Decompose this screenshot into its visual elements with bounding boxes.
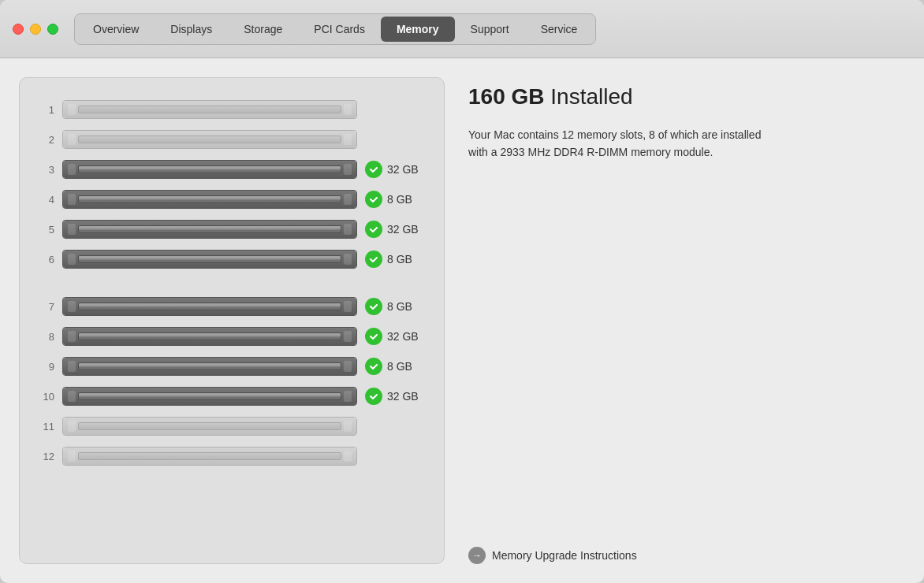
- ram-notch-right-12: [344, 451, 352, 462]
- slot-badge-10: 32 GB: [365, 388, 428, 405]
- ram-stick-11: [63, 418, 356, 435]
- ram-stick-3: [63, 161, 356, 178]
- ram-body-8: [78, 332, 341, 340]
- ram-notch-right-1: [344, 104, 352, 115]
- ram-stick-2: [63, 131, 356, 148]
- tab-overview[interactable]: Overview: [77, 17, 155, 42]
- slot-row-3: 3 32 GB: [35, 157, 428, 182]
- ram-notch-left-2: [68, 134, 76, 145]
- ram-notch-left-10: [68, 391, 76, 402]
- slot-row-4: 4 8 GB: [35, 187, 428, 212]
- ram-notch-right-3: [344, 164, 352, 175]
- slot-size-5: 32 GB: [387, 223, 419, 236]
- slot-number-10: 10: [35, 391, 54, 403]
- slot-bar-11: [62, 417, 357, 436]
- slot-bar-7: [62, 297, 357, 316]
- slot-badge-9: 8 GB: [365, 358, 428, 375]
- check-icon-4: [365, 191, 382, 208]
- slot-badge-7: 8 GB: [365, 298, 428, 315]
- tab-service[interactable]: Service: [525, 17, 594, 42]
- slot-number-8: 8: [35, 331, 54, 343]
- upgrade-icon: [468, 547, 486, 564]
- check-icon-8: [365, 328, 382, 345]
- memory-upgrade-link[interactable]: Memory Upgrade Instructions: [468, 547, 905, 564]
- ram-body-6: [78, 255, 341, 263]
- minimize-button[interactable]: [30, 24, 41, 35]
- maximize-button[interactable]: [47, 24, 58, 35]
- info-panel: 160 GB Installed Your Mac contains 12 me…: [468, 77, 905, 564]
- slot-badge-6: 8 GB: [365, 251, 428, 268]
- slot-bar-9: [62, 357, 357, 376]
- ram-stick-9: [63, 358, 356, 375]
- slot-group-2: 7 8 GB: [35, 294, 428, 469]
- slot-number-9: 9: [35, 361, 54, 373]
- slot-badge-8: 32 GB: [365, 328, 428, 345]
- close-button[interactable]: [13, 24, 24, 35]
- ram-notch-right-11: [344, 421, 352, 432]
- ram-notch-right-2: [344, 134, 352, 145]
- ram-body-7: [78, 303, 341, 310]
- ram-body-5: [78, 225, 341, 233]
- slot-row-9: 9 8 GB: [35, 354, 428, 379]
- tab-pci-cards[interactable]: PCI Cards: [298, 17, 381, 42]
- ram-stick-5: [63, 221, 356, 238]
- tab-memory[interactable]: Memory: [381, 17, 455, 42]
- slot-number-7: 7: [35, 301, 54, 313]
- ram-stick-6: [63, 251, 356, 268]
- ram-notch-left-1: [68, 104, 76, 115]
- slot-badge-3: 32 GB: [365, 161, 428, 178]
- ram-notch-left-9: [68, 361, 76, 372]
- slot-number-6: 6: [35, 254, 54, 266]
- installed-amount: 160 GB: [468, 84, 545, 109]
- slot-number-4: 4: [35, 194, 54, 206]
- ram-stick-8: [63, 328, 356, 345]
- ram-body-4: [78, 195, 341, 203]
- content-area: 1 2: [0, 58, 924, 583]
- slot-row-7: 7 8 GB: [35, 294, 428, 319]
- ram-notch-left-11: [68, 421, 76, 432]
- slot-size-6: 8 GB: [387, 253, 412, 266]
- slot-size-9: 8 GB: [387, 360, 412, 373]
- ram-stick-10: [63, 388, 356, 405]
- ram-body-11: [78, 422, 341, 430]
- ram-notch-right-6: [344, 254, 352, 265]
- ram-body-1: [78, 106, 341, 113]
- ram-notch-right-4: [344, 194, 352, 205]
- ram-notch-left-8: [68, 331, 76, 342]
- ram-notch-right-7: [344, 301, 352, 312]
- slot-bar-3: [62, 160, 357, 179]
- titlebar: Overview Displays Storage PCI Cards Memo…: [0, 0, 924, 58]
- ram-notch-left-4: [68, 194, 76, 205]
- ram-body-3: [78, 165, 341, 173]
- ram-stick-12: [63, 447, 356, 465]
- ram-body-9: [78, 362, 341, 370]
- tab-displays[interactable]: Displays: [155, 17, 228, 42]
- slot-row-11: 11: [35, 414, 428, 439]
- check-icon-7: [365, 298, 382, 315]
- slot-row-8: 8 32 GB: [35, 324, 428, 349]
- ram-notch-left-6: [68, 254, 76, 265]
- slot-number-5: 5: [35, 224, 54, 236]
- slot-size-3: 32 GB: [387, 163, 419, 176]
- ram-stick-7: [63, 298, 356, 315]
- slot-bar-8: [62, 327, 357, 346]
- check-icon-9: [365, 358, 382, 375]
- check-icon-5: [365, 221, 382, 238]
- slot-row-10: 10 32 GB: [35, 384, 428, 409]
- ram-stick-1: [63, 101, 356, 118]
- tab-bar: Overview Displays Storage PCI Cards Memo…: [74, 13, 596, 45]
- slot-bar-10: [62, 387, 357, 406]
- check-icon-3: [365, 161, 382, 178]
- tab-support[interactable]: Support: [455, 17, 525, 42]
- ram-body-12: [78, 452, 341, 460]
- ram-notch-right-10: [344, 391, 352, 402]
- slot-size-10: 32 GB: [387, 390, 419, 403]
- slot-number-2: 2: [35, 134, 54, 146]
- ram-notch-left-3: [68, 164, 76, 175]
- main-window: Overview Displays Storage PCI Cards Memo…: [0, 0, 924, 583]
- slot-bar-4: [62, 190, 357, 209]
- slot-badge-5: 32 GB: [365, 221, 428, 238]
- slot-number-1: 1: [35, 104, 54, 116]
- ram-notch-left-7: [68, 301, 76, 312]
- tab-storage[interactable]: Storage: [228, 17, 298, 42]
